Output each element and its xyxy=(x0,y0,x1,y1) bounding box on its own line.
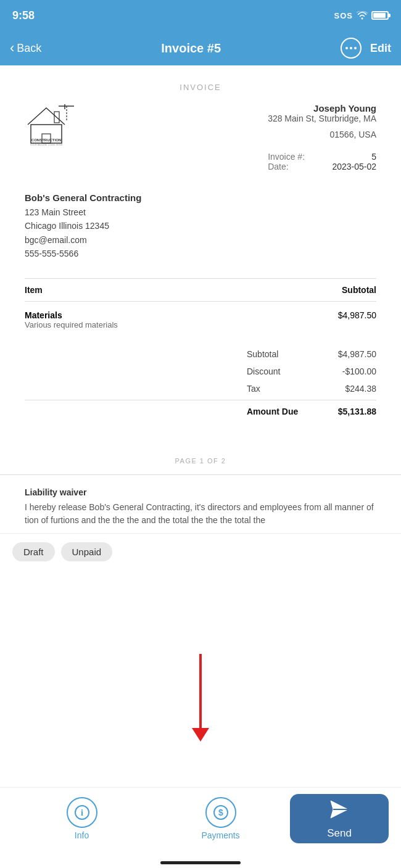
table-header-subtotal: Subtotal xyxy=(342,285,376,295)
recipient-address1: 328 Main St, Sturbridge, MA xyxy=(268,114,376,123)
table-header: Item Subtotal xyxy=(25,279,376,302)
company-logo: CONSTRUCTION YOURTAGLINE CODE HERE xyxy=(25,103,80,146)
battery-icon xyxy=(371,11,389,20)
invoice-header: CONSTRUCTION YOURTAGLINE CODE HERE Josep… xyxy=(0,103,401,184)
page2-content: Liability waiver I hereby release Bob's … xyxy=(0,475,401,527)
bottom-toolbar: i Info $ Payments Send xyxy=(0,787,401,849)
more-dots-icon xyxy=(345,47,357,49)
amount-due-row: Amount Due $5,131.88 xyxy=(25,400,376,420)
nav-bar: ‹ Back Invoice #5 Edit xyxy=(0,31,401,65)
invoice-number-label: Invoice #: xyxy=(268,152,305,162)
bill-to-address2: Chicago Illinois 12345 xyxy=(25,219,376,233)
subtotal-value: $4,987.50 xyxy=(321,349,376,359)
bill-to-address1: 123 Main Street xyxy=(25,205,376,219)
status-time: 9:58 xyxy=(12,9,35,22)
invoice-label: INVOICE xyxy=(0,65,401,103)
info-icon: i xyxy=(74,804,90,820)
arrow-line xyxy=(199,654,202,728)
status-tags: Draft Unpaid xyxy=(0,533,401,570)
send-button[interactable]: Send xyxy=(290,794,389,843)
arrow-head xyxy=(192,728,209,742)
discount-row: Discount -$100.00 xyxy=(25,363,376,380)
amount-due-label: Amount Due xyxy=(247,407,321,416)
line-item-desc: Various required materials xyxy=(25,320,118,329)
table-row: Materials Various required materials $4,… xyxy=(25,302,376,333)
svg-text:i: i xyxy=(81,808,83,817)
bill-to-section: Bob's General Contracting 123 Main Stree… xyxy=(0,184,401,270)
invoice-number-row: Invoice #: 5 xyxy=(268,152,376,162)
subtotal-label: Subtotal xyxy=(247,349,321,359)
invoice-date-row: Date: 2023-05-02 xyxy=(268,162,376,172)
discount-value: -$100.00 xyxy=(321,366,376,376)
svg-text:YOURTAGLINE CODE HERE: YOURTAGLINE CODE HERE xyxy=(30,143,63,146)
nav-right: Edit xyxy=(341,38,391,59)
page-indicator: PAGE 1 OF 2 xyxy=(0,420,401,475)
svg-text:CONSTRUCTION: CONSTRUCTION xyxy=(31,138,61,142)
liability-text: I hereby release Bob's General Contracti… xyxy=(25,501,376,527)
recipient-info: Joseph Young 328 Main St, Sturbridge, MA… xyxy=(268,103,376,172)
tax-row: Tax $244.38 xyxy=(25,380,376,397)
discount-label: Discount xyxy=(247,366,321,376)
info-tab[interactable]: i Info xyxy=(12,797,151,840)
back-chevron-icon: ‹ xyxy=(10,40,14,56)
invoice-date-label: Date: xyxy=(268,162,288,172)
sos-indicator: SOS xyxy=(334,11,353,20)
line-item-info: Materials Various required materials xyxy=(25,310,118,329)
arrow-indicator xyxy=(192,654,209,742)
invoice-table: Item Subtotal Materials Various required… xyxy=(25,278,376,333)
payments-icon: $ xyxy=(213,804,229,820)
status-bar: 9:58 SOS xyxy=(0,0,401,31)
payments-icon-circle: $ xyxy=(205,797,236,828)
wifi-icon xyxy=(357,11,368,20)
edit-button[interactable]: Edit xyxy=(370,42,391,55)
back-label: Back xyxy=(17,42,41,55)
subtotal-row: Subtotal $4,987.50 xyxy=(25,345,376,363)
payments-label: Payments xyxy=(201,830,239,840)
invoice-content: INVOICE CONSTRUCTION YOURTAGLINE CODE HE… xyxy=(0,65,401,570)
recipient-address2: 01566, USA xyxy=(268,130,376,139)
nav-title: Invoice #5 xyxy=(161,41,221,56)
send-plane-icon xyxy=(328,798,350,820)
line-item-name: Materials xyxy=(25,310,118,320)
home-indicator xyxy=(160,861,241,864)
send-label: Send xyxy=(327,827,352,840)
line-item-amount: $4,987.50 xyxy=(338,310,376,329)
tax-value: $244.38 xyxy=(321,384,376,394)
svg-text:$: $ xyxy=(218,808,223,817)
draft-tag[interactable]: Draft xyxy=(12,542,55,561)
recipient-name: Joseph Young xyxy=(268,103,376,114)
table-header-item: Item xyxy=(25,285,43,295)
status-icons: SOS xyxy=(334,11,389,20)
invoice-date-value: 2023-05-02 xyxy=(332,162,376,172)
send-icon xyxy=(328,798,350,825)
bill-to-company: Bob's General Contracting xyxy=(25,192,376,203)
info-icon-circle: i xyxy=(67,797,97,828)
bill-to-email: bgc@email.com xyxy=(25,233,376,247)
back-button[interactable]: ‹ Back xyxy=(10,40,41,56)
bill-to-phone: 555-555-5566 xyxy=(25,247,376,260)
amount-due-value: $5,131.88 xyxy=(321,407,376,416)
info-label: Info xyxy=(75,830,89,840)
tax-label: Tax xyxy=(247,384,321,394)
invoice-number-value: 5 xyxy=(371,152,376,162)
totals-section: Subtotal $4,987.50 Discount -$100.00 Tax… xyxy=(25,345,376,420)
construction-logo-svg: CONSTRUCTION YOURTAGLINE CODE HERE xyxy=(25,103,80,146)
payments-tab[interactable]: $ Payments xyxy=(151,797,290,840)
unpaid-tag[interactable]: Unpaid xyxy=(61,542,113,561)
more-button[interactable] xyxy=(341,38,362,59)
liability-title: Liability waiver xyxy=(25,487,376,497)
